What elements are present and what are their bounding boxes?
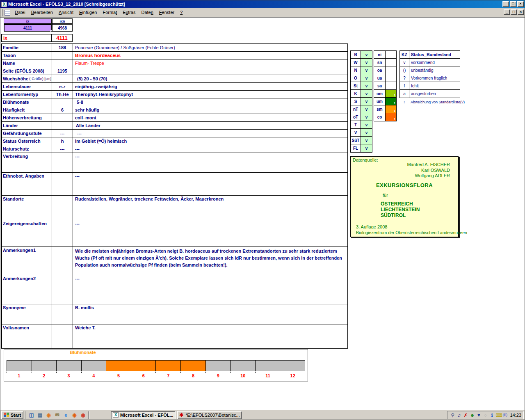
row-label-cell[interactable]: Anmerkungen2 bbox=[2, 275, 52, 304]
legend-kz-header[interactable]: KZ bbox=[400, 51, 409, 58]
row-code-cell[interactable]: 6 bbox=[52, 106, 73, 114]
ix-header-cell[interactable]: ix bbox=[4, 18, 52, 24]
bundesland-value-cell[interactable]: v bbox=[361, 90, 372, 97]
bundesland-code-cell[interactable]: N bbox=[351, 66, 361, 74]
menu-item[interactable]: Ansicht bbox=[56, 9, 76, 16]
restore-button[interactable]: □ bbox=[510, 1, 516, 7]
bundesland-code-cell[interactable]: W bbox=[351, 59, 361, 66]
row-code-cell[interactable] bbox=[52, 75, 73, 82]
bundesland-value-cell[interactable]: v bbox=[361, 129, 372, 136]
bundesland-value-cell[interactable]: v bbox=[361, 98, 372, 105]
workbook-close-button[interactable]: × bbox=[518, 9, 524, 15]
menu-item[interactable]: Extras bbox=[120, 9, 138, 16]
row-label-cell[interactable]: Taxon bbox=[2, 52, 52, 59]
ixn-header-cell[interactable]: ixn bbox=[52, 18, 73, 24]
row-label-cell[interactable]: Verbreitung bbox=[2, 153, 52, 172]
bundesland-code-cell[interactable]: V bbox=[351, 129, 361, 136]
bundesland-code-cell[interactable]: K bbox=[351, 90, 361, 97]
close-button[interactable]: × bbox=[517, 1, 524, 7]
bloom-months-chart[interactable]: Blühmonate 123456789101112 bbox=[4, 349, 308, 381]
start-button[interactable]: Start bbox=[1, 411, 23, 419]
row-code-cell[interactable] bbox=[52, 196, 73, 220]
bundesland-value-cell[interactable]: v bbox=[361, 59, 372, 66]
ix-value-cell-selected[interactable]: 4111 bbox=[4, 24, 52, 32]
row-value-cell[interactable]: coll–mont bbox=[73, 114, 347, 121]
quick-launch-icon[interactable]: ◫ bbox=[28, 411, 35, 418]
zone-code-cell[interactable]: sm bbox=[374, 105, 386, 113]
quick-launch-icon[interactable]: ▤ bbox=[37, 411, 43, 418]
row-value-cell[interactable]: Wie die meisten einjährigen Bromus-Arten… bbox=[73, 247, 347, 275]
bundesland-value-cell[interactable]: v bbox=[361, 66, 372, 74]
legend-kz-cell[interactable]: () bbox=[400, 66, 409, 74]
legend-kz-cell[interactable]: a bbox=[400, 90, 409, 98]
row-label-cell[interactable]: Häufigkeit bbox=[2, 106, 52, 114]
tray-icon[interactable]: ℹ bbox=[489, 412, 495, 418]
workbook-minimize-button[interactable]: _ bbox=[504, 9, 510, 15]
row-value-cell[interactable]: Therophyt-Hemikryptophyt bbox=[73, 91, 347, 98]
zone-code-cell[interactable]: co bbox=[374, 113, 386, 121]
row-label-cell[interactable]: Volksnamen bbox=[2, 324, 52, 348]
row-label-cell[interactable]: Ethnobot. Angaben bbox=[2, 173, 52, 195]
row-value-cell[interactable]: Ruderalstellen, Wegränder, trockene Fett… bbox=[73, 196, 347, 220]
zone-value-cell[interactable] bbox=[386, 82, 396, 89]
quick-launch-icon[interactable]: e bbox=[62, 411, 69, 418]
row-label-cell[interactable]: Anmerkungen1 bbox=[2, 247, 52, 275]
row-code-cell[interactable]: h bbox=[52, 137, 73, 145]
bundesland-code-cell[interactable]: nT bbox=[351, 105, 361, 113]
bundesland-code-cell[interactable]: O bbox=[351, 74, 361, 82]
row-code-cell[interactable]: 1195 bbox=[52, 67, 73, 75]
ix-label-cell[interactable]: ix bbox=[2, 34, 52, 41]
row-label-cell[interactable]: Name bbox=[2, 59, 52, 67]
zone-value-cell[interactable]: 1 bbox=[386, 90, 396, 97]
row-value-cell[interactable]: --- bbox=[73, 130, 347, 137]
bundesland-value-cell[interactable]: v bbox=[361, 137, 372, 144]
row-label-cell[interactable]: Höhenverbreitung bbox=[2, 114, 52, 121]
zone-code-cell[interactable]: sn bbox=[374, 59, 386, 66]
bundesland-value-cell[interactable]: v bbox=[361, 105, 372, 113]
bundesland-value-cell[interactable]: v bbox=[361, 51, 372, 58]
row-code-cell[interactable] bbox=[52, 173, 73, 195]
tray-icon[interactable]: ⓐ bbox=[502, 412, 508, 418]
tray-icon[interactable]: ◌ bbox=[482, 412, 488, 418]
quick-launch-icon[interactable]: ◉ bbox=[71, 411, 78, 418]
menu-item[interactable]: Format bbox=[100, 9, 120, 16]
row-label-cell[interactable]: Seite (EFÖLS 2008) bbox=[2, 67, 52, 75]
bundesland-value-cell[interactable]: v bbox=[361, 82, 372, 89]
legend-note-label[interactable]: Abweichung von Standardliste(?) bbox=[409, 98, 466, 106]
bundesland-value-cell[interactable]: v bbox=[361, 113, 372, 121]
legend-label-cell[interactable]: ausgestorben bbox=[409, 90, 460, 98]
row-label-cell[interactable]: Lebensdauer bbox=[2, 83, 52, 90]
workbook-restore-button[interactable]: □ bbox=[511, 9, 517, 15]
row-code-cell[interactable] bbox=[52, 59, 73, 67]
tray-icon[interactable]: ▼ bbox=[476, 412, 482, 418]
bundesland-value-cell[interactable]: v bbox=[361, 74, 372, 82]
zone-value-cell[interactable]: 1 bbox=[386, 98, 396, 105]
zone-value-cell[interactable] bbox=[386, 66, 396, 74]
row-value-cell[interactable]: im Gebiet (=Ö) heimisch bbox=[73, 137, 347, 145]
tray-icon[interactable]: ✗ bbox=[463, 412, 468, 418]
row-code-cell[interactable] bbox=[52, 153, 73, 172]
row-value-cell[interactable]: (5) 20 - 50 (70) bbox=[73, 75, 347, 82]
menu-item[interactable]: Daten bbox=[138, 9, 156, 16]
row-code-cell[interactable] bbox=[52, 114, 73, 121]
row-label-cell[interactable]: Länder bbox=[2, 122, 52, 129]
row-code-cell[interactable] bbox=[52, 52, 73, 59]
zone-code-cell[interactable]: ua bbox=[374, 74, 386, 82]
row-label-cell[interactable]: Naturschutz bbox=[2, 145, 52, 153]
row-code-cell[interactable] bbox=[52, 220, 73, 247]
row-code-cell[interactable] bbox=[52, 324, 73, 348]
legend-kz-cell[interactable]: ? bbox=[400, 74, 409, 82]
toolbar-grip[interactable] bbox=[2, 9, 3, 16]
legend-kz-cell[interactable]: f bbox=[400, 82, 409, 89]
task-button-excel[interactable]: X Microsoft Excel - EFÖL... bbox=[111, 411, 176, 419]
menu-item[interactable]: Bearbeiten bbox=[28, 9, 56, 16]
row-label-cell[interactable]: Gefährdungsstufe bbox=[2, 130, 52, 137]
row-label-cell[interactable]: Zeigereigenschaften bbox=[2, 220, 52, 247]
row-label-cell[interactable]: Synonyme bbox=[2, 304, 52, 324]
workbook-icon[interactable] bbox=[5, 10, 10, 16]
row-value-cell[interactable]: Poaceae (Gramineae) / Süßgräser (Echte G… bbox=[73, 44, 347, 51]
zone-code-cell[interactable]: sa bbox=[374, 82, 386, 89]
zone-code-cell[interactable]: oa bbox=[374, 66, 386, 74]
row-label-cell[interactable]: Blühmonate bbox=[2, 98, 52, 106]
menu-item[interactable]: Datei bbox=[12, 9, 28, 16]
